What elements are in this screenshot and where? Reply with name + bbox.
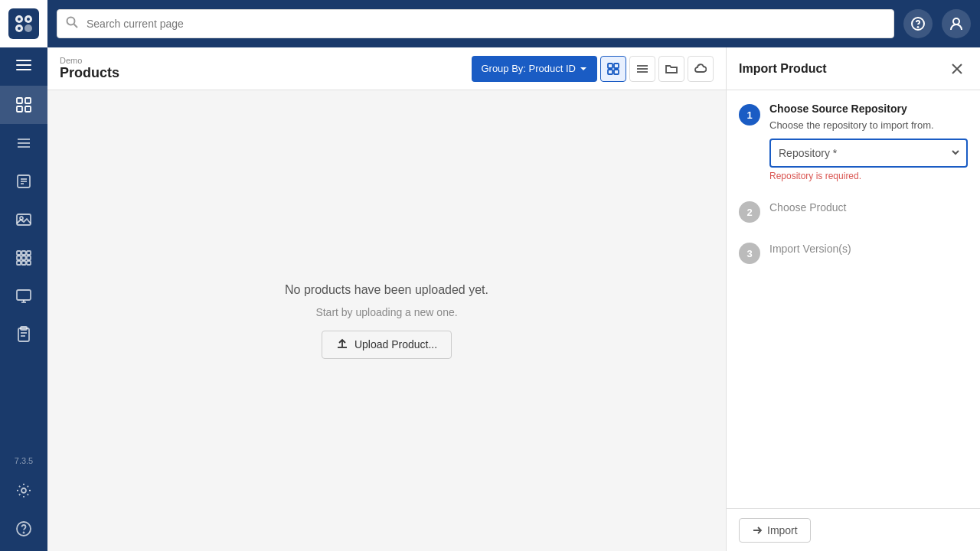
sidebar-item-images[interactable]: [0, 201, 47, 239]
svg-rect-25: [22, 251, 26, 255]
repository-error-message: Repository is required.: [769, 171, 968, 181]
svg-rect-31: [22, 261, 26, 265]
svg-rect-14: [25, 106, 31, 112]
close-import-panel-button[interactable]: [946, 58, 968, 80]
svg-rect-49: [614, 64, 619, 68]
svg-rect-11: [17, 98, 22, 103]
svg-rect-12: [25, 98, 31, 103]
grid-view-button[interactable]: [600, 56, 626, 82]
svg-point-47: [953, 18, 959, 24]
user-profile-button[interactable]: [942, 9, 971, 38]
search-container: [57, 9, 894, 38]
toolbar-right: Group By: Product ID: [472, 56, 714, 82]
svg-rect-9: [16, 64, 31, 66]
svg-point-5: [18, 18, 21, 21]
step-1-label: Choose Source Repository: [769, 103, 968, 115]
step-2-content: Choose Product: [769, 200, 968, 214]
sidebar-item-list[interactable]: [0, 124, 47, 162]
import-panel-body: 1 Choose Source Repository Choose the re…: [727, 90, 980, 508]
svg-rect-24: [17, 251, 21, 255]
step-3-number: 3: [746, 248, 752, 259]
svg-line-44: [74, 24, 78, 28]
step-2-circle: 2: [739, 201, 760, 223]
page-title: Products: [60, 65, 119, 80]
import-panel-header: Import Product: [727, 47, 980, 90]
sidebar-item-settings[interactable]: [0, 471, 47, 510]
svg-point-43: [67, 18, 75, 25]
upload-product-button[interactable]: Upload Product...: [322, 331, 452, 359]
step-3-content: Import Version(s): [769, 241, 968, 255]
svg-rect-10: [16, 69, 31, 70]
svg-rect-28: [22, 256, 26, 260]
top-header: [47, 0, 980, 47]
sidebar-item-dashboard[interactable]: [0, 86, 47, 124]
app-logo: [0, 0, 47, 47]
import-button[interactable]: Import: [739, 518, 811, 543]
svg-point-46: [918, 27, 919, 28]
step-1-circle: 1: [739, 104, 760, 126]
search-icon: [66, 16, 78, 31]
svg-point-4: [24, 24, 32, 32]
step-2-item: 2 Choose Product: [739, 200, 968, 223]
breadcrumb-title: Demo Products: [60, 56, 466, 81]
step-3-label: Import Version(s): [769, 243, 968, 255]
breadcrumb: Demo: [60, 56, 466, 65]
svg-rect-33: [17, 290, 31, 300]
step-2-number: 2: [746, 207, 752, 218]
step-3-circle: 3: [739, 243, 760, 264]
hamburger-menu-button[interactable]: [0, 47, 47, 83]
search-input[interactable]: [57, 9, 894, 38]
step-1-item: 1 Choose Source Repository Choose the re…: [739, 103, 968, 181]
empty-text-main: No products have been uploaded yet.: [285, 283, 488, 297]
version-label: 7.3.5: [15, 450, 33, 471]
sidebar-bottom: 7.3.5: [0, 450, 47, 551]
svg-rect-29: [27, 256, 31, 260]
repository-select-wrapper: Repository *: [769, 139, 968, 168]
cloud-view-button[interactable]: [688, 56, 714, 82]
products-empty-state: No products have been uploaded yet. Star…: [47, 90, 726, 551]
sidebar-item-help[interactable]: [0, 510, 47, 548]
products-page: Demo Products Group By: Product ID: [47, 47, 726, 551]
upload-icon: [336, 337, 348, 352]
step-1-number: 1: [746, 109, 752, 121]
svg-rect-22: [17, 214, 31, 225]
svg-rect-48: [608, 64, 612, 68]
repository-select[interactable]: Repository *: [769, 139, 968, 168]
sidebar-item-monitor[interactable]: [0, 277, 47, 315]
products-toolbar: Demo Products Group By: Product ID: [47, 47, 726, 90]
import-panel-footer: Import: [727, 508, 980, 551]
sidebar-item-apps[interactable]: [0, 239, 47, 277]
svg-rect-32: [27, 261, 31, 265]
import-panel-title: Import Product: [739, 62, 827, 76]
sidebar-nav: [0, 83, 47, 450]
content-wrapper: Demo Products Group By: Product ID: [47, 47, 980, 551]
empty-text-sub: Start by uploading a new one.: [315, 306, 457, 318]
sidebar: 7.3.5: [0, 0, 47, 551]
svg-rect-8: [16, 60, 31, 61]
svg-point-7: [18, 27, 21, 30]
svg-rect-51: [614, 70, 619, 74]
svg-rect-0: [8, 8, 39, 39]
sidebar-item-clipboard[interactable]: [0, 315, 47, 354]
svg-point-6: [27, 18, 30, 21]
import-button-label: Import: [767, 524, 798, 536]
group-by-button[interactable]: Group By: Product ID: [472, 56, 597, 82]
svg-point-42: [24, 533, 24, 533]
step-1-content: Choose Source Repository Choose the repo…: [769, 103, 968, 181]
svg-rect-27: [17, 256, 21, 260]
svg-rect-26: [27, 251, 31, 255]
svg-rect-50: [608, 70, 612, 74]
import-panel: Import Product 1 Choose Source Repositor…: [726, 47, 980, 551]
list-view-button[interactable]: [629, 56, 655, 82]
upload-button-label: Upload Product...: [354, 338, 437, 350]
folder-view-button[interactable]: [658, 56, 684, 82]
help-header-button[interactable]: [903, 9, 933, 38]
svg-rect-30: [17, 261, 21, 265]
step-2-label: Choose Product: [769, 201, 968, 214]
svg-point-40: [21, 488, 26, 493]
group-by-label: Group By: Product ID: [481, 63, 576, 74]
svg-rect-13: [17, 106, 22, 112]
step-1-description: Choose the repository to import from.: [769, 119, 968, 131]
step-3-item: 3 Import Version(s): [739, 241, 968, 264]
sidebar-item-tasks[interactable]: [0, 162, 47, 201]
